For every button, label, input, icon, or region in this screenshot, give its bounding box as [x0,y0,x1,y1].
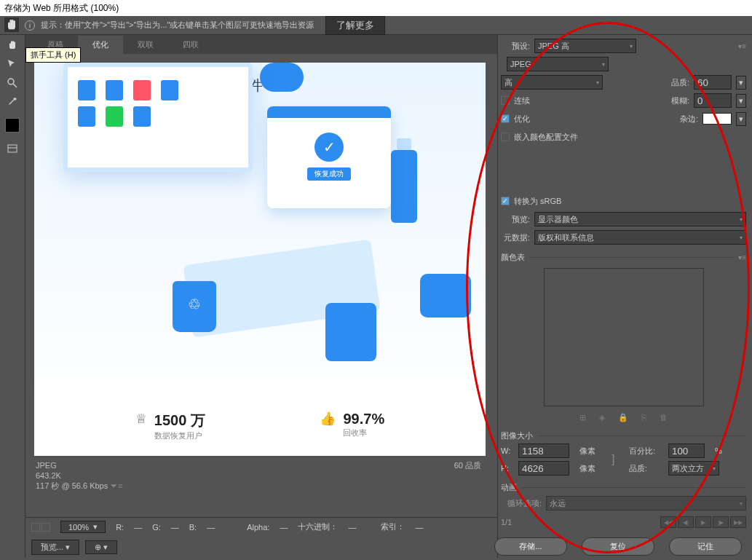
height-input[interactable] [518,461,569,476]
embed-profile-label: 嵌入颜色配置文件 [514,132,578,143]
convert-srgb-checkbox[interactable]: ✓ [501,197,510,205]
blur-label: 模糊: [660,95,689,106]
ct-icon[interactable]: ◈ [599,413,605,422]
loop-select: 永远▾ [546,496,746,510]
slice-visibility-tool[interactable] [4,141,21,156]
preset-select[interactable]: JPEG 高▾ [534,39,636,53]
progressive-checkbox[interactable] [501,96,510,105]
animation-label: 动画 [501,482,517,493]
meta-time: 117 秒 @ 56.6 Kbps [36,481,108,490]
color-table-menu-icon[interactable]: ▾≡ [738,253,746,261]
embed-profile-checkbox[interactable] [501,133,510,141]
meta-size: 643.2K [36,470,123,481]
quality-preset-select[interactable]: 高▾ [501,75,603,90]
view-tabs: 原稿 优化 双联 四联 [25,35,497,54]
height-label: H: [501,464,515,473]
tab-fourup[interactable]: 四联 [168,36,213,54]
alpha-label: Alpha: [247,523,269,532]
loop-label: 循环选项: [501,498,542,509]
color-table-label: 颜色表 [501,252,525,263]
next-frame-button: |▶ [713,516,729,528]
frame-counter: 1/1 [501,518,512,527]
index-label: 索引： [381,521,405,532]
stat-label: 数据恢复用户 [154,430,205,441]
preset-label: 预设: [501,41,530,52]
usb-icon [391,150,417,223]
first-frame-button: ◀◀ [660,516,676,528]
optimized-label: 优化 [514,114,530,125]
percent-label: 百分比: [629,446,665,457]
success-panel: ✓ 恢复成功 [267,106,391,208]
metadata-select[interactable]: 版权和联系信息▾ [534,230,746,245]
ct-new-icon[interactable]: ⎘ [641,413,646,422]
hand-tool[interactable] [4,38,21,52]
last-frame-button: ▶▶ [730,516,746,528]
preview-meta: JPEG 643.2K 117 秒 @ 56.6 Kbps ⏷≡ 60 品质 [33,457,484,494]
color-swatch[interactable] [5,118,20,133]
optimized-checkbox[interactable]: ✓ [501,114,510,123]
tab-twoup[interactable]: 双联 [123,36,168,54]
prev-frame-button: ◀| [678,516,694,528]
matte-swatch[interactable] [702,113,732,125]
color-table-toolbar: ⊞ ◈ 🔒 ⎘ 🗑 [501,411,746,424]
hex-label: 十六进制： [298,521,338,532]
laptop-screen [63,63,253,172]
stat-value: 99.7% [343,411,384,427]
tab-optimized[interactable]: 优化 [78,36,123,54]
color-table [544,268,704,406]
reset-button[interactable]: 复位 [582,537,654,556]
preview-label: 预览: [501,214,530,225]
trash-icon: ♲ [173,281,216,332]
r-label: R: [116,523,124,532]
px-label: 像素 [579,463,609,474]
percent-input[interactable] [668,443,705,458]
preset-menu-icon[interactable]: ▾≡ [738,42,746,50]
settings-panel: 预设: JPEG 高▾ ▾≡ JPEG▾ 高▾ 品质: ▾ 连续 模糊: ▾ ✓… [497,35,752,558]
zoom-select[interactable]: 100%▾ [60,521,106,533]
zoom-tool[interactable] [4,76,21,90]
px-label: 像素 [579,446,609,457]
ct-lock-icon[interactable]: 🔒 [618,413,628,422]
format-select[interactable]: JPEG▾ [507,57,609,71]
slice-select-tool[interactable] [4,57,21,71]
learn-more-button[interactable]: 了解更多 [325,16,385,35]
tool-tooltip: 抓手工具 (H) [25,47,81,63]
hand-tool-icon[interactable] [4,17,19,32]
image-size-label: 图像大小 [501,430,533,441]
quality-input[interactable] [694,75,732,90]
width-label: W: [501,446,515,455]
progressive-label: 连续 [514,95,530,106]
stat-value: 1500 万 [154,411,205,430]
center-column: 抓手工具 (H) 原稿 优化 双联 四联 Q 数据恢复软件 [25,35,497,558]
g-label: G: [152,523,161,532]
preview-select[interactable]: 显示器颜色▾ [534,212,746,226]
ct-icon[interactable]: ⊞ [579,413,586,422]
remember-button[interactable]: 记住 [669,537,742,556]
preview-button[interactable]: 预览... ▾ [31,540,79,555]
user-icon: ♕ [135,411,147,427]
disk-icon [420,274,471,318]
thumbs-up-icon: 👍 [320,411,336,427]
preview-area: Q 数据恢复软件 ✓ [25,54,497,517]
resample-select[interactable]: 两次立方▾ [668,461,719,476]
eyedropper-tool[interactable] [4,95,21,109]
window-title: 存储为 Web 所用格式 (100%) [0,0,752,16]
hint-bar: i 提示：使用"文件">"导出">"导出为..."或右键单击某个图层可更快速地导… [0,16,752,35]
svg-rect-2 [8,145,17,152]
browser-preview-button[interactable]: ⊕ ▾ [85,540,117,554]
b-label: B: [189,523,197,532]
width-input[interactable] [518,443,569,458]
metadata-label: 元数据: [501,232,530,243]
hint-text: 提示：使用"文件">"导出">"导出为..."或右键单击某个图层可更快速地导出资… [41,20,314,31]
save-button[interactable]: 存储... [494,537,567,556]
blur-input[interactable] [694,93,732,108]
quality-label: 品质: [660,77,689,88]
convert-srgb-label: 转换为 sRGB [514,196,561,207]
quality2-label: 品质: [629,463,665,474]
svg-line-1 [13,84,17,87]
stat-label: 回收率 [343,427,384,438]
link-icon[interactable]: ] [612,453,626,466]
preview-canvas[interactable]: Q 数据恢复软件 ✓ [34,63,486,456]
ct-trash-icon[interactable]: 🗑 [660,413,668,422]
meta-format: JPEG [36,460,123,470]
